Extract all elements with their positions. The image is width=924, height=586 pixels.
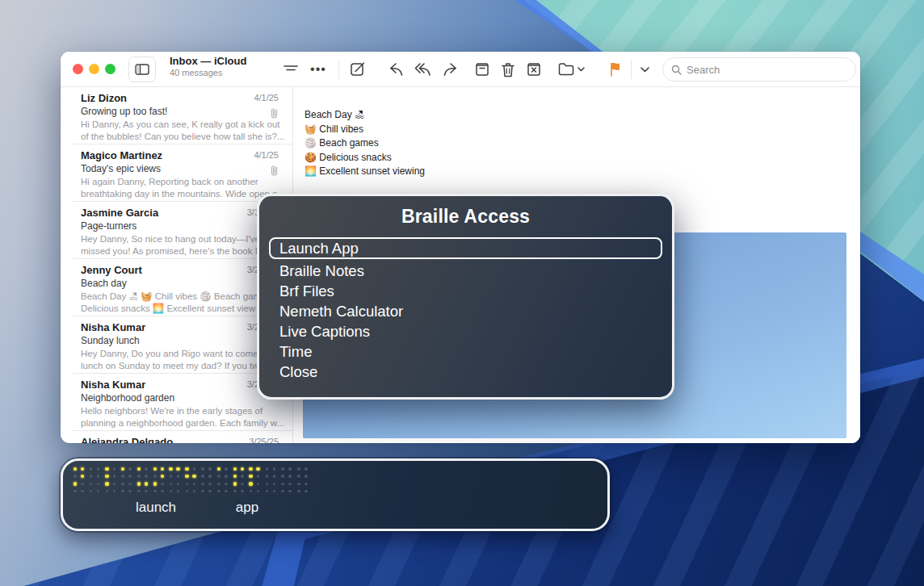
braille-dot-4: [225, 467, 228, 471]
braille-menu-item-braille-notes[interactable]: Braille Notes: [269, 259, 662, 279]
more-button[interactable]: •••: [305, 57, 331, 82]
minimize-button[interactable]: [89, 64, 99, 74]
braille-dot-5: [273, 475, 276, 478]
braille-dot-3-raised: [105, 482, 109, 486]
braille-dot-3-raised: [153, 482, 158, 486]
forward-icon: [442, 62, 458, 77]
message-row[interactable]: Alejandra Delgado3/25/25: [73, 431, 292, 443]
reply-all-icon: [414, 62, 432, 77]
braille-dot-4: [288, 467, 292, 471]
braille-dot-6: [161, 483, 164, 486]
email-body-title: Beach Day 🏖: [304, 108, 425, 123]
message-row[interactable]: Liz Dizon4/1/25Growing up too fast!Hi Da…: [73, 87, 292, 144]
braille-dot-3: [281, 483, 284, 486]
reply-all-button[interactable]: [410, 57, 437, 82]
flag-menu-button[interactable]: [634, 57, 655, 82]
braille-cell[interactable]: [106, 467, 118, 494]
braille-dot-2: [153, 475, 157, 478]
close-button[interactable]: [73, 64, 83, 74]
flag-button[interactable]: [603, 57, 628, 82]
braille-dot-7: [90, 490, 93, 493]
trash-button[interactable]: [495, 57, 521, 82]
braille-dot-8: [128, 490, 132, 493]
braille-dot-2: [217, 475, 220, 478]
braille-cell[interactable]: [297, 467, 309, 494]
braille-dot-1: [266, 467, 269, 471]
braille-dot-8: [161, 490, 164, 493]
braille-dot-8: [257, 490, 260, 493]
folder-icon: [558, 63, 574, 76]
braille-cell[interactable]: [250, 467, 262, 494]
braille-dot-2-raised: [185, 475, 189, 479]
sidebar-toggle-button[interactable]: [128, 57, 156, 82]
compose-button[interactable]: [345, 57, 371, 82]
braille-dot-6: [128, 483, 132, 486]
desktop: Inbox — iCloud 40 messages •••: [0, 0, 924, 586]
braille-dot-3-raised: [74, 482, 78, 486]
braille-dot-5: [241, 475, 244, 478]
junk-button[interactable]: [521, 57, 547, 82]
braille-cell[interactable]: [153, 467, 166, 494]
braille-dot-3: [297, 483, 300, 486]
braille-dot-4: [113, 467, 116, 471]
braille-dot-5: [113, 475, 116, 478]
braille-dot-3: [90, 483, 93, 486]
message-preview: Hey Danny, Do you and Rigo want to come …: [81, 348, 286, 371]
trash-icon: [501, 62, 515, 77]
braille-cell[interactable]: [201, 467, 213, 494]
braille-dot-8: [113, 490, 116, 493]
braille-dot-8: [81, 490, 84, 493]
braille-cell[interactable]: [281, 467, 293, 494]
braille-menu-item-launch-app[interactable]: Launch App: [269, 237, 662, 259]
braille-cell[interactable]: [233, 467, 246, 494]
braille-dot-6: [208, 483, 212, 486]
braille-dot-4: [145, 467, 148, 471]
braille-cell[interactable]: [170, 467, 182, 494]
reply-button[interactable]: [384, 57, 410, 82]
braille-menu-item-live-captions[interactable]: Live Captions: [269, 320, 662, 340]
braille-dot-2: [137, 475, 141, 478]
braille-display-bar: launchapp: [61, 458, 610, 531]
braille-cell[interactable]: [137, 467, 149, 494]
braille-dot-1-raised: [153, 467, 158, 471]
move-to-folder-button[interactable]: [553, 57, 589, 82]
braille-dot-1-raised: [105, 467, 109, 471]
braille-dot-6: [97, 483, 100, 486]
braille-menu-item-close[interactable]: Close: [269, 360, 662, 380]
braille-dot-2: [201, 475, 204, 478]
braille-access-menu: Launch AppBraille NotesBrf FilesNemeth C…: [269, 237, 662, 380]
braille-dot-3: [201, 483, 204, 486]
braille-menu-item-brf-files[interactable]: Brf Files: [269, 279, 662, 299]
braille-dot-7: [106, 490, 109, 493]
braille-dot-4: [208, 467, 212, 471]
message-preview: Hey Danny, So nice to hang out today—I'v…: [81, 233, 286, 257]
braille-cell[interactable]: [266, 467, 278, 494]
braille-cell[interactable]: [217, 467, 229, 494]
archive-icon: [474, 62, 490, 77]
toolbar-separator: [631, 60, 632, 79]
braille-menu-item-nemeth-calculator[interactable]: Nemeth Calculator: [269, 299, 662, 320]
message-subject: Sunday lunch: [81, 335, 286, 346]
zoom-button[interactable]: [105, 64, 116, 74]
search-input[interactable]: Search: [662, 57, 856, 82]
paperclip-icon: [270, 165, 279, 179]
braille-dot-4: [273, 467, 276, 471]
braille-dot-5: [208, 475, 212, 478]
braille-dot-7: [266, 490, 269, 493]
braille-cell[interactable]: [74, 467, 86, 494]
braille-dot-3: [217, 483, 220, 486]
braille-cell[interactable]: [90, 467, 102, 494]
braille-dot-1-raised: [233, 467, 237, 471]
braille-cell[interactable]: [121, 467, 133, 494]
braille-menu-item-time[interactable]: Time: [269, 340, 662, 360]
archive-button[interactable]: [469, 57, 495, 82]
braille-dot-6-raised: [145, 482, 149, 486]
braille-dot-5: [177, 475, 180, 478]
braille-cell[interactable]: [186, 467, 198, 494]
braille-dot-8: [145, 490, 148, 493]
filter-button[interactable]: [279, 57, 303, 82]
braille-caption-word: app: [236, 500, 258, 516]
braille-dot-7: [233, 490, 237, 493]
forward-button[interactable]: [437, 57, 463, 82]
message-row[interactable]: Magico Martinez4/1/25Today's epic viewsH…: [73, 144, 292, 202]
